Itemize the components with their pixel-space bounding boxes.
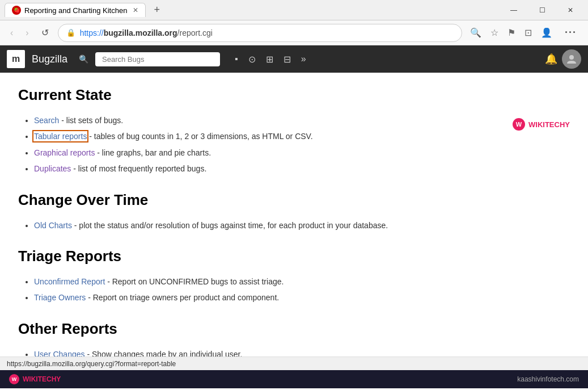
new-tab-button[interactable]: + — [150, 4, 163, 16]
triage-owners-description: - Report on triage owners per product an… — [88, 293, 279, 302]
current-state-list: Search - list sets of bugs. Tabular repo… — [34, 114, 570, 175]
address-actions: 🔍 ☆ ⚑ ⊡ 👤 — [468, 25, 555, 40]
nav-icon-dash[interactable]: ⊟ — [280, 52, 294, 67]
main-content: W WIKITECHY Current State Search - list … — [0, 73, 588, 357]
list-item-user-changes: User Changes - Show changes made by an i… — [34, 348, 570, 357]
star-icon-btn[interactable]: ☆ — [488, 25, 501, 40]
section-current-state: Current State Search - list sets of bugs… — [18, 86, 570, 175]
tab-label: Reporting and Charting Kitchen — [24, 6, 127, 15]
footer-left: W WIKITECHY — [9, 374, 61, 384]
url-prefix: https:// — [80, 28, 104, 37]
tab-close-button[interactable]: ✕ — [133, 6, 138, 14]
minimize-button[interactable]: — — [501, 2, 527, 19]
footer-brand: WIKITECHY — [23, 375, 61, 383]
search-description: - list sets of bugs. — [61, 116, 123, 125]
notification-bell-icon[interactable]: 🔔 — [545, 53, 557, 65]
wikitechy-watermark: W WIKITECHY — [513, 118, 570, 131]
avatar-icon — [566, 53, 577, 65]
bookmark-icon-btn[interactable]: ⚑ — [505, 25, 518, 40]
unconfirmed-report-link[interactable]: Unconfirmed Report — [34, 277, 105, 286]
section-title-other-reports: Other Reports — [18, 320, 570, 338]
list-item-unconfirmed: Unconfirmed Report - Report on UNCONFIRM… — [34, 275, 570, 288]
title-bar-left: 🍓 Reporting and Charting Kitchen ✕ + — [5, 3, 163, 17]
tabular-description: - tables of bug counts in 1, 2 or 3 dime… — [89, 132, 312, 141]
section-other-reports: Other Reports User Changes - Show change… — [18, 320, 570, 357]
tabular-reports-link[interactable]: Tabular reports — [34, 132, 87, 141]
address-input-wrap[interactable]: 🔒 https://bugzilla.mozilla.org/report.cg… — [58, 24, 462, 42]
wikitechy-label: WIKITECHY — [528, 120, 570, 129]
nav-right: 🔔 — [545, 49, 581, 69]
bugzilla-title: Bugzilla — [32, 53, 67, 65]
back-button[interactable]: ‹ — [7, 26, 16, 40]
more-options-button[interactable]: ··· — [560, 24, 581, 41]
close-button[interactable]: ✕ — [557, 2, 583, 19]
user-changes-description: - Show changes made by an individual use… — [87, 350, 242, 357]
list-item-duplicates: Duplicates - list of most frequently rep… — [34, 162, 570, 175]
tab-favicon: 🍓 — [12, 6, 21, 15]
section-title-triage-reports: Triage Reports — [18, 248, 570, 265]
wikitechy-logo: W — [513, 118, 525, 131]
tab-icon-btn[interactable]: ⊡ — [522, 25, 534, 40]
nav-icon-grid[interactable]: ⊞ — [263, 52, 277, 67]
triage-owners-link[interactable]: Triage Owners — [34, 293, 86, 302]
change-over-time-list: Old Charts - plot the status and/or reso… — [34, 219, 570, 232]
duplicates-link[interactable]: Duplicates — [34, 164, 71, 173]
lock-icon: 🔒 — [66, 28, 75, 37]
section-change-over-time: Change Over Time Old Charts - plot the s… — [18, 191, 570, 232]
triage-reports-list: Unconfirmed Report - Report on UNCONFIRM… — [34, 275, 570, 304]
refresh-button[interactable]: ↺ — [38, 25, 52, 40]
nav-icon-more[interactable]: » — [298, 52, 310, 67]
search-icon-btn[interactable]: 🔍 — [468, 25, 484, 40]
graphical-description: - line graphs, bar and pie charts. — [97, 148, 211, 157]
unconfirmed-description: - Report on UNCONFIRMED bugs to assist t… — [107, 277, 284, 286]
browser-tab[interactable]: 🍓 Reporting and Charting Kitchen ✕ — [5, 3, 146, 17]
nav-icon-circle[interactable]: ⊙ — [245, 52, 259, 67]
url-host: bugzilla.mozilla.org — [104, 28, 177, 37]
search-icon: 🔍 — [79, 54, 88, 64]
graphical-reports-link[interactable]: Graphical reports — [34, 148, 95, 157]
section-triage-reports: Triage Reports Unconfirmed Report - Repo… — [18, 248, 570, 304]
user-avatar[interactable] — [562, 49, 581, 69]
url-path: /report.cgi — [177, 28, 213, 37]
list-item-tabular: Tabular reports - tables of bug counts i… — [34, 130, 570, 142]
maximize-button[interactable]: ☐ — [529, 2, 555, 19]
section-title-change-over-time: Change Over Time — [18, 191, 570, 209]
profile-icon-btn[interactable]: 👤 — [539, 25, 555, 40]
search-input[interactable] — [95, 52, 220, 66]
address-text: https://bugzilla.mozilla.org/report.cgi — [80, 28, 454, 37]
footer-logo: W — [9, 374, 19, 384]
nav-icon-square[interactable]: ▪ — [231, 52, 242, 67]
address-bar: ‹ › ↺ 🔒 https://bugzilla.mozilla.org/rep… — [0, 20, 588, 45]
search-link[interactable]: Search — [34, 116, 59, 125]
bugzilla-logo: m — [7, 50, 25, 68]
footer-website: kaashivinfotech.com — [517, 375, 579, 383]
old-charts-description: - plot the status and/or resolution of b… — [74, 221, 388, 230]
user-changes-link[interactable]: User Changes — [34, 350, 85, 357]
forward-button[interactable]: › — [22, 26, 32, 40]
status-text: https://bugzilla.mozilla.org/query.cgi?f… — [7, 360, 176, 368]
old-charts-link[interactable]: Old Charts — [34, 221, 72, 230]
list-item-old-charts: Old Charts - plot the status and/or reso… — [34, 219, 570, 232]
footer-right: kaashivinfotech.com — [517, 375, 579, 383]
section-title-current-state: Current State — [18, 86, 570, 104]
list-item-graphical: Graphical reports - line graphs, bar and… — [34, 146, 570, 159]
other-reports-list: User Changes - Show changes made by an i… — [34, 348, 570, 357]
list-item-search: Search - list sets of bugs. — [34, 114, 570, 127]
svg-point-0 — [569, 55, 574, 60]
footer-logo-text: W — [12, 376, 17, 382]
bugzilla-navbar: m Bugzilla 🔍 ▪ ⊙ ⊞ ⊟ » 🔔 — [0, 45, 588, 73]
status-bar: https://bugzilla.mozilla.org/query.cgi?f… — [0, 357, 588, 370]
footer-bar: W WIKITECHY kaashivinfotech.com — [0, 370, 588, 388]
wikitechy-logo-text: W — [516, 121, 522, 128]
bugzilla-logo-text: m — [12, 54, 20, 64]
window-controls: — ☐ ✕ — [501, 2, 583, 19]
title-bar: 🍓 Reporting and Charting Kitchen ✕ + — ☐… — [0, 0, 588, 20]
list-item-triage-owners: Triage Owners - Report on triage owners … — [34, 291, 570, 304]
duplicates-description: - list of most frequently reported bugs. — [73, 164, 206, 173]
nav-icons: ▪ ⊙ ⊞ ⊟ » — [231, 52, 310, 67]
